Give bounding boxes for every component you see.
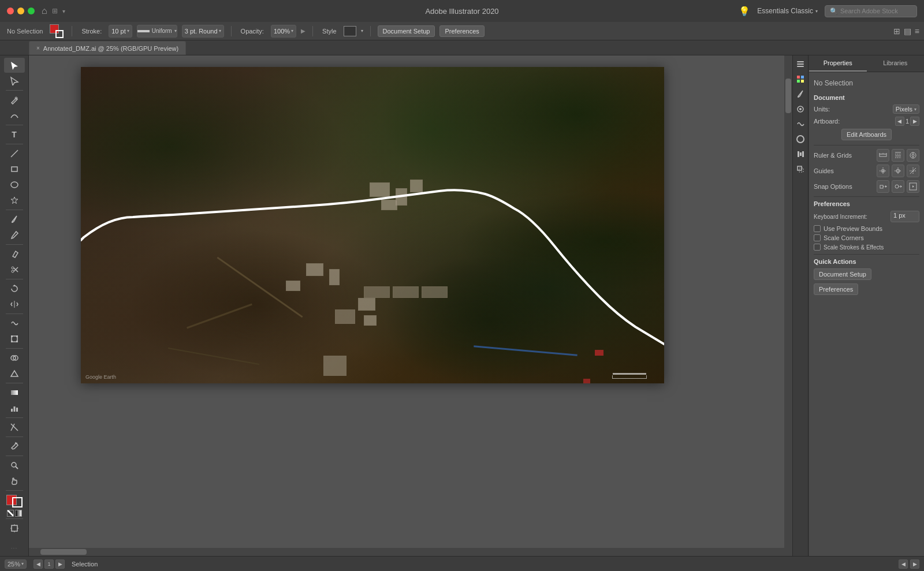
scrollbar-horizontal[interactable] [29, 548, 784, 556]
panel-icon-appearance[interactable] [794, 133, 807, 145]
chevron-down-icon[interactable]: ▾ [62, 8, 65, 14]
tool-free-transform[interactable] [4, 331, 25, 346]
essentials-dropdown[interactable]: Essentials Classic ▾ [757, 7, 818, 15]
tool-scissors[interactable] [4, 262, 25, 277]
artboard-next[interactable]: ▶ [910, 117, 919, 126]
tool-gradient[interactable] [4, 385, 25, 400]
tool-eyedropper[interactable] [4, 439, 25, 454]
tool-star[interactable] [4, 193, 25, 208]
fill-stroke-indicator[interactable] [6, 495, 23, 507]
tab-properties[interactable]: Properties [809, 55, 867, 72]
style-arrow[interactable]: ▾ [361, 28, 363, 33]
panel-icon-transform[interactable] [794, 163, 807, 176]
maximize-button[interactable] [28, 8, 35, 14]
ruler-icon2[interactable] [892, 149, 904, 162]
preferences-quick-button[interactable]: Preferences [814, 283, 858, 295]
home-icon[interactable]: ⌂ [42, 6, 47, 16]
document-tab[interactable]: × Annotated_DMZ.ai @ 25% (RGB/GPU Previe… [29, 41, 186, 55]
tool-artboard[interactable] [4, 521, 25, 536]
snap-icon1[interactable] [877, 180, 889, 193]
edit-artboards-button[interactable]: Edit Artboards [841, 129, 892, 140]
tool-perspective[interactable] [4, 366, 25, 381]
scale-corners-checkbox[interactable] [814, 234, 821, 241]
stock-search[interactable]: 🔍 Search Adobe Stock [825, 5, 917, 17]
preview-bounds-checkbox[interactable] [814, 225, 821, 232]
grid-icon[interactable]: ⊞ [52, 7, 58, 15]
tool-rect[interactable] [4, 162, 25, 177]
panel-icon-brushes[interactable] [794, 88, 807, 100]
tool-hand[interactable] [4, 473, 25, 488]
tool-reflect[interactable] [4, 297, 25, 312]
light-icon[interactable]: 💡 [739, 6, 750, 17]
style-label: Style [320, 27, 338, 36]
tool-line[interactable] [4, 146, 25, 161]
tool-chart[interactable] [4, 401, 25, 416]
tool-paintbrush[interactable] [4, 212, 25, 227]
none-fill-icon[interactable] [7, 510, 14, 517]
preferences-toolbar-button[interactable]: Preferences [439, 25, 484, 37]
scroll-right-btn[interactable]: ▶ [910, 559, 919, 569]
tab-filename: Annotated_DMZ.ai @ 25% (RGB/GPU Preview) [43, 45, 178, 52]
guide-icon1[interactable] [877, 165, 889, 177]
ruler-icon1[interactable] [877, 149, 889, 162]
guide-icon2[interactable] [892, 165, 904, 177]
scale-strokes-checkbox[interactable] [814, 244, 821, 251]
tool-pen[interactable] [4, 92, 25, 107]
artboard-num[interactable]: 1 [44, 559, 54, 569]
tool-zoom[interactable] [4, 458, 25, 473]
tool-pencil[interactable] [4, 227, 25, 242]
snap-icon3[interactable] [907, 180, 919, 193]
minimize-button[interactable] [17, 8, 24, 14]
tool-type[interactable]: T [4, 127, 25, 142]
close-button[interactable] [7, 8, 14, 14]
panel-icon-swatches[interactable] [794, 73, 807, 85]
tool-slice[interactable] [4, 420, 25, 435]
scrollbar-vertical[interactable] [784, 55, 792, 556]
opacity-expand-icon[interactable]: ▶ [301, 28, 305, 34]
align-icon[interactable]: ≡ [915, 27, 919, 36]
stroke-value-group[interactable]: 10 pt ▾ [109, 25, 132, 38]
tab-close-button[interactable]: × [36, 45, 40, 51]
stroke-value-select[interactable]: 10 pt ▾ [109, 25, 132, 38]
tool-shape-builder[interactable] [4, 350, 25, 365]
tool-ellipse[interactable] [4, 177, 25, 192]
ruler-icon3[interactable] [907, 149, 919, 162]
grid-layout-icon[interactable]: ⊞ [893, 27, 900, 36]
opacity-select[interactable]: 100% ▾ [271, 25, 296, 38]
panel-icon-graphic-styles[interactable] [794, 118, 807, 130]
more-tools-dots[interactable]: ··· [9, 543, 20, 554]
doc-setup-button[interactable]: Document Setup [378, 25, 435, 37]
scroll-left-btn[interactable]: ◀ [899, 559, 908, 569]
zoom-select[interactable]: 25% ▾ [5, 559, 27, 569]
panel-icon-symbols[interactable] [794, 103, 807, 115]
panel-icon-align[interactable] [794, 148, 807, 161]
panel-toggle-icon[interactable]: ▤ [904, 27, 911, 36]
tool-rotate[interactable] [4, 281, 25, 296]
stroke-type-select[interactable]: Uniform ▾ [137, 25, 177, 38]
tool-curvature[interactable] [4, 108, 25, 123]
scroll-thumb-h[interactable] [40, 549, 87, 555]
tool-warp[interactable] [4, 316, 25, 331]
keyboard-increment-input[interactable]: 1 px [891, 211, 919, 222]
artboard-next-btn[interactable]: ▶ [55, 559, 65, 569]
style-swatch[interactable] [344, 26, 356, 36]
tool-selection[interactable] [4, 58, 25, 73]
gradient-icon[interactable] [15, 510, 22, 517]
doc-setup-quick-button[interactable]: Document Setup [814, 268, 871, 280]
fill-stroke-swatches[interactable] [50, 24, 64, 38]
tool-direct-selection[interactable] [4, 73, 25, 88]
canvas-area[interactable]: Google Earth [29, 55, 792, 556]
stroke-box[interactable] [12, 497, 23, 507]
artboard-prev[interactable]: ◀ [895, 117, 904, 126]
guides-row: Guides [814, 165, 919, 177]
tool-eraser[interactable] [4, 247, 25, 262]
guide-icon3[interactable] [907, 165, 919, 177]
panel-icon-layers[interactable] [794, 58, 807, 70]
artboard-prev-btn[interactable]: ◀ [33, 559, 43, 569]
scroll-thumb-v[interactable] [785, 79, 791, 113]
snap-icon2[interactable] [892, 180, 904, 193]
stroke-cap-select[interactable]: 3 pt. Round ▾ [182, 25, 224, 38]
units-select[interactable]: Pixels ▾ [893, 105, 919, 114]
stroke-swatch[interactable] [55, 30, 64, 38]
tab-libraries[interactable]: Libraries [867, 55, 925, 72]
